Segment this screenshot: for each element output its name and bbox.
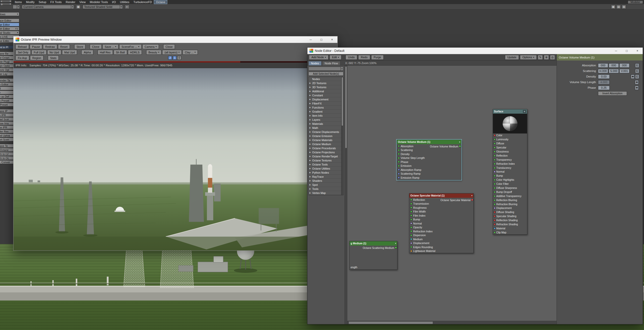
sidebar-item[interactable]: rface Editor ▾ bbox=[0, 19, 19, 22]
stepper-icon[interactable]: ◀▶ bbox=[635, 86, 639, 90]
menu-item[interactable]: I/O bbox=[110, 0, 118, 4]
node-input-row[interactable]: Color Filter bbox=[493, 182, 527, 186]
node-category[interactable]: ▶ 3D Textures bbox=[309, 85, 341, 89]
node-input-row[interactable]: Bump bbox=[493, 174, 527, 178]
layout-page-icon[interactable]: ▤ bbox=[616, 5, 621, 9]
node-title[interactable]: Octane Specular Material (1) ▾ bbox=[409, 193, 473, 198]
expand-icon[interactable]: ▶ bbox=[309, 143, 311, 145]
ipr-toolbar-button[interactable]: Fix Asp ▾ bbox=[16, 55, 29, 60]
layout-list-icon[interactable]: ▥ bbox=[622, 5, 626, 9]
node-category[interactable]: ▶ Item Info bbox=[309, 114, 341, 118]
stepper-icon[interactable]: ◀▶ bbox=[631, 74, 635, 79]
node-category[interactable]: ▶ Octane Tools bbox=[309, 162, 341, 167]
ipr-toolbar-button[interactable]: Reload ▾ bbox=[16, 44, 29, 49]
node-output-pin[interactable] bbox=[395, 247, 397, 249]
node-input-row[interactable]: Volume Step Length bbox=[397, 156, 461, 160]
node-category[interactable]: ▶ Octane Displacements bbox=[309, 130, 341, 134]
menu-item[interactable]: Utilities bbox=[118, 0, 131, 4]
node-output-pin[interactable] bbox=[459, 145, 461, 147]
node-input-row[interactable]: Color Highlights bbox=[493, 178, 527, 182]
ipr-layer-button[interactable]: 1 bbox=[173, 56, 177, 60]
corner-menu-button[interactable]: it ▾ bbox=[0, 0, 12, 3]
input-pin[interactable] bbox=[494, 183, 496, 185]
purge-button[interactable]: Purge bbox=[371, 55, 384, 60]
absorption-value-field[interactable]: 000 bbox=[619, 63, 630, 68]
input-pin[interactable] bbox=[410, 215, 412, 216]
node-input-row[interactable]: Emission Ramp bbox=[397, 176, 461, 180]
edit-button[interactable]: Edit ▾ bbox=[330, 55, 341, 60]
category-scrollbar[interactable] bbox=[341, 77, 343, 195]
node-category[interactable]: ▶ Functions bbox=[309, 106, 341, 110]
node-category[interactable]: ▶ Tools bbox=[309, 187, 341, 191]
input-pin[interactable] bbox=[494, 223, 496, 225]
node-category[interactable]: ▶ Octane RenderTarget bbox=[309, 154, 341, 158]
envelope-button[interactable]: E bbox=[635, 69, 639, 73]
maximize-icon[interactable]: □ bbox=[621, 48, 632, 54]
sidebar-item[interactable]: ndows ▾ bbox=[0, 12, 19, 16]
node-input-row[interactable]: Additive Transparency bbox=[493, 194, 527, 198]
node-category[interactable]: ▶ Octane Emission bbox=[309, 134, 341, 138]
shading-mode-select[interactable]: Textured Shaded Solid ▾ bbox=[83, 5, 123, 9]
node-category[interactable]: ▶ Python Nodes bbox=[309, 171, 341, 175]
menu-item[interactable]: Setup bbox=[37, 0, 48, 4]
input-pin[interactable] bbox=[494, 175, 496, 177]
ipr-toolbar-button[interactable]: Clone ▾ bbox=[90, 44, 102, 49]
input-pin[interactable] bbox=[410, 203, 412, 205]
input-pin[interactable] bbox=[494, 159, 496, 161]
input-pin[interactable] bbox=[494, 155, 496, 157]
node-input-row[interactable]: Glossiness bbox=[493, 150, 527, 154]
input-pin[interactable] bbox=[494, 134, 496, 136]
input-pin[interactable] bbox=[398, 145, 400, 147]
node-input-row[interactable]: Emission bbox=[397, 164, 461, 168]
node-input-row[interactable]: Reflection Shading bbox=[493, 218, 527, 222]
ipr-toolbar-button[interactable]: Save ... ▾ bbox=[102, 44, 118, 49]
sidebar-item[interactable]: age Editor ▾ bbox=[0, 23, 19, 26]
expand-icon[interactable]: ▶ bbox=[309, 115, 311, 117]
expand-icon[interactable]: ▶ bbox=[309, 90, 311, 92]
expand-icon[interactable]: ▶ bbox=[309, 102, 311, 104]
node-category[interactable]: ▶ RayTrace bbox=[309, 175, 341, 179]
input-pin[interactable] bbox=[398, 173, 400, 175]
canvas-vertical-scrollbar[interactable] bbox=[345, 66, 347, 324]
mini-dropdown[interactable]: ▾ bbox=[13, 5, 20, 9]
node-input-row[interactable]: Reflection bbox=[493, 154, 527, 158]
menu-item[interactable]: Render bbox=[64, 0, 78, 4]
node-category[interactable]: ▶ Spot bbox=[309, 183, 341, 187]
input-pin[interactable] bbox=[494, 171, 496, 173]
menu-item[interactable]: Items bbox=[13, 0, 24, 4]
ipr-toolbar-button[interactable]: Reset ▾ bbox=[58, 44, 70, 49]
expand-icon[interactable]: ▶ bbox=[309, 135, 311, 137]
node-input-row[interactable]: Refraction Shading bbox=[493, 222, 527, 227]
expand-icon[interactable]: ▶ bbox=[309, 151, 311, 153]
input-pin[interactable] bbox=[494, 147, 496, 148]
ipr-toolbar-button[interactable]: Camera ▾ bbox=[142, 44, 159, 49]
ipr-layer-button[interactable]: 0 bbox=[177, 56, 181, 60]
ipr-toolbar-button[interactable]: Pause ▾ bbox=[30, 44, 42, 49]
expand-icon[interactable]: ▶ bbox=[309, 139, 311, 141]
ipr-toolbar-button[interactable]: Stats ▾ bbox=[48, 55, 59, 60]
maximize-icon[interactable]: □ bbox=[316, 36, 327, 43]
node-input-row[interactable]: Transparency bbox=[493, 158, 527, 162]
input-pin[interactable] bbox=[410, 234, 412, 236]
expand-icon[interactable]: ▶ bbox=[309, 131, 311, 133]
layout-grid-icon[interactable]: ▦ bbox=[611, 5, 616, 9]
envelope-button[interactable]: E bbox=[635, 63, 639, 68]
input-pin[interactable] bbox=[494, 211, 496, 213]
camera-select[interactable]: Current Camera ▾ bbox=[22, 5, 74, 9]
input-pin[interactable] bbox=[398, 161, 400, 163]
node-input-row[interactable]: Edges Rounding bbox=[409, 245, 473, 249]
node-input-row[interactable]: Diffuse Sharpness bbox=[493, 186, 527, 190]
ipr-toolbar-button[interactable]: Full Upd ▾ bbox=[32, 50, 47, 55]
input-pin[interactable] bbox=[494, 143, 496, 144]
chevron-down-icon[interactable]: ▾ bbox=[523, 110, 526, 113]
node-input-row[interactable]: Transmission bbox=[409, 202, 473, 206]
menu-item[interactable]: Modify bbox=[24, 0, 37, 4]
node-category[interactable]: ▶ Gradient bbox=[309, 110, 341, 114]
minimize-icon[interactable]: ─ bbox=[611, 48, 621, 54]
expand-icon[interactable]: ▶ bbox=[309, 159, 311, 161]
expand-icon[interactable]: ▶ bbox=[309, 147, 311, 149]
density-field[interactable]: 0.03 bbox=[598, 74, 610, 79]
node-input-row[interactable]: Density bbox=[397, 152, 461, 156]
expand-icon[interactable]: ▶ bbox=[309, 111, 311, 113]
expand-icon[interactable]: ▶ bbox=[309, 82, 311, 84]
